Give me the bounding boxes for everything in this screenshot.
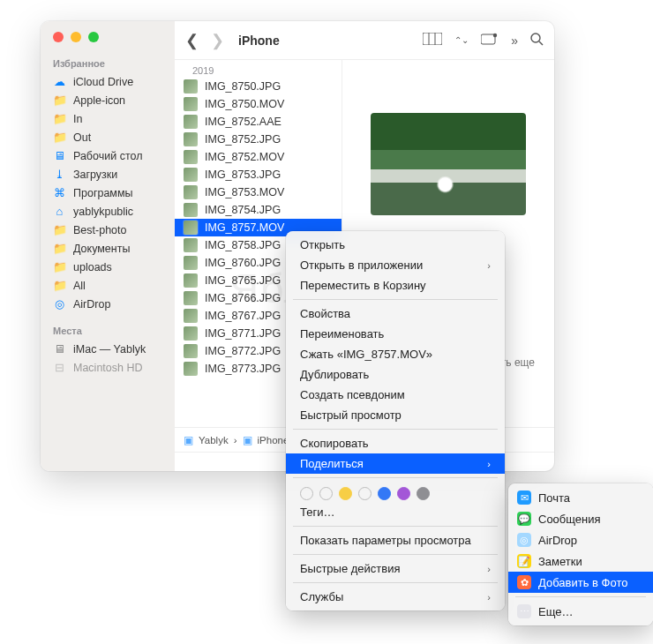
menu-item[interactable]: Теги… bbox=[286, 502, 505, 522]
folder-icon: 📁 bbox=[53, 242, 66, 255]
show-more-label[interactable]: ть еще bbox=[501, 356, 535, 369]
sidebar-item-label: Macintosh HD bbox=[73, 362, 143, 374]
sidebar-item[interactable]: ☁︎iCloud Drive bbox=[41, 72, 175, 91]
window-controls bbox=[41, 32, 175, 53]
minimize-button[interactable] bbox=[71, 32, 81, 42]
submenu-item[interactable]: 📝Заметки bbox=[508, 550, 653, 572]
menu-item[interactable]: Поделиться› bbox=[286, 453, 505, 474]
sidebar-item[interactable]: 📁In bbox=[41, 109, 175, 128]
view-columns-icon[interactable] bbox=[423, 33, 442, 48]
file-thumb-icon bbox=[184, 132, 198, 146]
column-header: 2019 bbox=[175, 60, 342, 78]
sidebar-item[interactable]: 📁uploads bbox=[41, 258, 175, 276]
tag-color[interactable] bbox=[378, 487, 391, 500]
file-row[interactable]: IMG_8752.JPG bbox=[175, 131, 342, 148]
maximize-button[interactable] bbox=[88, 32, 99, 42]
menu-item-label: Скопировать bbox=[300, 437, 369, 450]
context-menu[interactable]: ОткрытьОткрыть в приложении›Переместить … bbox=[286, 231, 505, 610]
menu-item[interactable]: Скопировать bbox=[286, 433, 505, 453]
submenu-item[interactable]: ◎AirDrop bbox=[508, 529, 653, 550]
sidebar-place[interactable]: 🖥iMac — Yablyk bbox=[41, 340, 175, 358]
submenu-item-label: Еще… bbox=[538, 605, 573, 618]
tag-color[interactable] bbox=[397, 487, 410, 500]
sidebar-item[interactable]: 📁All bbox=[41, 276, 175, 295]
submenu-item[interactable]: 💬Сообщения bbox=[508, 508, 653, 529]
file-name: IMG_8758.JPG bbox=[205, 239, 281, 251]
file-name: IMG_8773.JPG bbox=[205, 363, 281, 375]
file-name: IMG_8760.JPG bbox=[205, 257, 281, 269]
file-thumb-icon bbox=[184, 185, 198, 199]
sidebar-place[interactable]: ⊟Macintosh HD bbox=[41, 358, 175, 377]
folder-icon: 📁 bbox=[53, 279, 66, 292]
tag-color[interactable] bbox=[319, 487, 333, 500]
tag-color[interactable] bbox=[358, 487, 372, 500]
nav-forward-icon[interactable]: ❯ bbox=[211, 31, 224, 50]
file-thumb-icon bbox=[184, 203, 198, 217]
menu-item[interactable]: Открыть bbox=[286, 235, 505, 255]
sidebar-item-label: In bbox=[73, 113, 82, 125]
menu-item[interactable]: Быстрые действия› bbox=[286, 558, 505, 579]
svg-line-6 bbox=[539, 41, 543, 45]
menu-item[interactable]: Открыть в приложении› bbox=[286, 255, 505, 275]
sidebar-item[interactable]: 📁Out bbox=[41, 128, 175, 146]
menu-item[interactable]: Свойства bbox=[286, 303, 505, 324]
file-row[interactable]: IMG_8754.JPG bbox=[175, 201, 342, 219]
sidebar-item[interactable]: ⌘Программы bbox=[41, 183, 175, 202]
submenu-item[interactable]: ✉Почта bbox=[508, 487, 653, 508]
share-submenu[interactable]: ✉Почта💬Сообщения◎AirDrop📝Заметки✿Добавит… bbox=[508, 483, 653, 625]
file-row[interactable]: IMG_8752.MOV bbox=[175, 148, 342, 166]
tag-color[interactable] bbox=[300, 487, 313, 500]
path-root[interactable]: Yablyk bbox=[199, 435, 229, 446]
sidebar-item-label: Программы bbox=[73, 187, 133, 199]
file-row[interactable]: IMG_8752.AAE bbox=[175, 113, 342, 131]
file-thumb-icon bbox=[184, 168, 198, 182]
view-dropdown-icon[interactable]: ⌃⌄ bbox=[454, 35, 469, 45]
file-row[interactable]: IMG_8750.MOV bbox=[175, 95, 342, 113]
sidebar: Избранное ☁︎iCloud Drive📁Apple-icon📁In📁O… bbox=[41, 21, 175, 471]
sidebar-item[interactable]: 📁Документы bbox=[41, 239, 175, 258]
sidebar-item[interactable]: 🖥Рабочий стол bbox=[41, 146, 175, 165]
file-name: IMG_8772.JPG bbox=[205, 345, 281, 357]
submenu-item[interactable]: ⋯Еще… bbox=[508, 601, 653, 622]
sidebar-item[interactable]: 📁Apple-icon bbox=[41, 91, 175, 109]
sidebar-item[interactable]: ◎AirDrop bbox=[41, 295, 175, 313]
menu-item[interactable]: Переименовать bbox=[286, 324, 505, 344]
window-title: iPhone bbox=[238, 34, 280, 48]
search-icon[interactable] bbox=[530, 33, 544, 49]
file-name: IMG_8750.MOV bbox=[205, 98, 284, 110]
tag-color[interactable] bbox=[339, 487, 352, 500]
menu-item[interactable]: Создать псевдоним bbox=[286, 385, 505, 405]
sidebar-item[interactable]: ⤓Загрузки bbox=[41, 165, 175, 183]
file-thumb-icon bbox=[184, 326, 198, 341]
chevron-right-icon: › bbox=[487, 260, 491, 271]
submenu-item[interactable]: ✿Добавить в Фото bbox=[508, 572, 653, 593]
file-row[interactable]: IMG_8750.JPG bbox=[175, 78, 342, 95]
sidebar-item[interactable]: ⌂yablykpublic bbox=[41, 202, 175, 221]
menu-item[interactable]: Быстрый просмотр bbox=[286, 405, 505, 425]
tag-color[interactable] bbox=[417, 487, 430, 500]
download-icon: ⤓ bbox=[53, 168, 66, 181]
file-name: IMG_8752.AAE bbox=[205, 116, 281, 128]
file-row[interactable]: IMG_8753.MOV bbox=[175, 183, 342, 201]
menu-item[interactable]: Сжать «IMG_8757.MOV» bbox=[286, 344, 505, 364]
file-name: IMG_8753.MOV bbox=[205, 186, 284, 198]
group-icon[interactable] bbox=[481, 33, 499, 48]
menu-item[interactable]: Переместить в Корзину bbox=[286, 275, 505, 296]
file-row[interactable]: IMG_8753.JPG bbox=[175, 166, 342, 183]
menu-item[interactable]: Службы› bbox=[286, 587, 505, 607]
menu-item[interactable]: Дублировать bbox=[286, 364, 505, 385]
more-icon[interactable]: » bbox=[511, 34, 518, 48]
toolbar: ❮ ❯ iPhone ⌃⌄ » bbox=[175, 21, 554, 60]
menu-item[interactable]: Показать параметры просмотра bbox=[286, 530, 505, 550]
nav-back-icon[interactable]: ❮ bbox=[185, 31, 199, 50]
sidebar-item-label: All bbox=[73, 280, 86, 292]
file-thumb-icon bbox=[184, 115, 198, 129]
airdrop-icon: ◎ bbox=[53, 297, 66, 311]
sidebar-item[interactable]: 📁Best-photo bbox=[41, 221, 175, 239]
menu-item-label: Службы bbox=[300, 590, 343, 603]
more-icon: ⋯ bbox=[517, 604, 531, 618]
path-sub[interactable]: iPhone bbox=[258, 435, 289, 446]
close-button[interactable] bbox=[53, 32, 64, 42]
folder-icon: ▣ bbox=[184, 434, 193, 446]
tag-row[interactable] bbox=[286, 482, 505, 502]
